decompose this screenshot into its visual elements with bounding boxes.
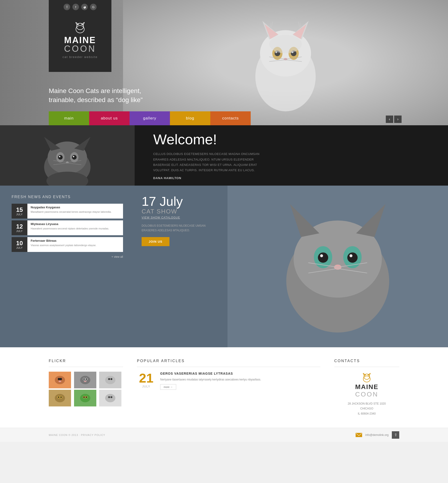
flickr-grid: [49, 372, 123, 406]
nav-arrows: ‹ ›: [386, 116, 401, 123]
contacts-divider: [334, 367, 399, 367]
facebook-icon[interactable]: f: [72, 4, 79, 10]
bottom-section: FLICKR: [0, 347, 448, 428]
svg-point-77: [55, 394, 65, 402]
contacts-title: CONTACTS: [334, 359, 399, 363]
svg-point-17: [269, 35, 302, 53]
nav-contacts[interactable]: contacts: [210, 111, 251, 125]
cat-show-desc: DOLOIBUS EGETEMESERS NILOECASE UMSAN ERA…: [142, 223, 221, 233]
hero-cat-image: [123, 0, 448, 125]
flickr-thumb-5[interactable]: [74, 390, 96, 406]
svg-point-69: [84, 381, 87, 382]
join-us-button[interactable]: JOIN US: [142, 237, 169, 246]
news-date-3: 10 JULY: [12, 237, 27, 252]
news-kitten-image: [227, 186, 448, 347]
flickr-thumb-2[interactable]: [74, 372, 96, 388]
news-item-2: 12 JULY Miyteasas Liryuasa Hasealent yas…: [12, 220, 123, 235]
news-date-2: 12 JULY: [12, 220, 27, 235]
banner-cat-image: [0, 125, 135, 186]
articles-divider: [137, 367, 320, 367]
logo-coon: COON: [64, 44, 96, 54]
news-left: FRESH NEWS AND EVENTS 15 JULY Nuygadas K…: [0, 186, 135, 347]
flickr-divider: [49, 367, 123, 367]
social-icons-row: 𝕋 f ◕ G: [49, 4, 112, 10]
svg-point-59: [55, 376, 65, 384]
svg-point-62: [58, 381, 61, 382]
news-title: FRESH NEWS AND EVENTS: [12, 195, 123, 199]
articles-column: POPULAR ARTICLES 21 JULY GEROS VASERERIA…: [137, 359, 320, 416]
news-date-1: 15 JULY: [12, 204, 27, 218]
nav-gallery[interactable]: gallery: [129, 111, 170, 125]
cat-show-catalogue-link[interactable]: VIEW SHOW CATALOGUE: [142, 216, 221, 219]
flickr-column: FLICKR: [49, 359, 123, 416]
svg-line-21: [298, 22, 300, 28]
view-all-link[interactable]: + view all: [12, 255, 123, 258]
footer-copyright: MAINE COON © 2013 · PRIVACY POLICY: [49, 434, 105, 436]
twitter-icon[interactable]: 𝕋: [64, 4, 70, 10]
flickr-thumb-4[interactable]: [49, 390, 71, 406]
svg-point-51: [320, 254, 323, 257]
flickr-thumb-6[interactable]: [99, 390, 121, 406]
cat-show-title: CAT SHOW: [142, 208, 221, 215]
svg-point-94: [363, 376, 370, 382]
welcome-body: CELLUS DOLOIBUS EGETEMESERS NILOECASE MA…: [153, 151, 265, 173]
cat-show-block: 17 July CAT SHOW VIEW SHOW CATALOGUE DOL…: [135, 186, 227, 347]
svg-point-35: [73, 156, 74, 157]
svg-point-64: [80, 376, 90, 384]
nav-main[interactable]: main: [49, 111, 89, 125]
welcome-text-block: Welcome! CELLUS DOLOIBUS EGETEMESERS NIL…: [135, 125, 448, 186]
welcome-banner: Welcome! CELLUS DOLOIBUS EGETEMESERS NIL…: [0, 125, 448, 186]
contacts-logo-maine: MAINE: [355, 383, 378, 391]
logo-box: 𝕋 f ◕ G MAINE COON cat breeder website: [49, 0, 112, 72]
svg-point-49: [318, 252, 328, 263]
svg-point-22: [76, 25, 84, 33]
svg-point-93: [111, 397, 112, 398]
svg-point-75: [111, 378, 112, 380]
welcome-author: DANA HAMILTON: [153, 176, 429, 180]
scroll-up-button[interactable]: ⇧: [392, 431, 399, 439]
svg-point-52: [350, 254, 352, 257]
contacts-logo-coon: COON: [355, 391, 378, 398]
svg-point-80: [58, 397, 59, 398]
contacts-address: 28 JACKSON BLVD STE 1020 CHICAGO IL 6060…: [348, 401, 386, 416]
svg-rect-98: [356, 433, 362, 437]
more-button[interactable]: more →: [160, 384, 176, 390]
nav-about[interactable]: about us: [89, 111, 129, 125]
cat-show-date: 17 July: [142, 195, 221, 208]
flickr-thumb-3[interactable]: [99, 372, 121, 388]
google-icon[interactable]: G: [90, 4, 96, 10]
svg-point-92: [108, 397, 110, 398]
svg-point-71: [105, 376, 115, 384]
navigation: main about us gallery blog contacts: [49, 111, 251, 125]
svg-point-32: [58, 155, 63, 160]
svg-point-89: [105, 394, 115, 402]
footer-email[interactable]: info@demolink.org: [365, 433, 389, 436]
svg-point-68: [86, 378, 87, 380]
welcome-title: Welcome!: [153, 131, 429, 148]
article-date-month: JULY: [142, 385, 150, 388]
news-item-3: 10 JULY Fertervaer Bitreas Viasras asemo…: [12, 237, 123, 252]
contacts-column: CONTACTS MAINE COON 28 JACKSON BLVD STE …: [334, 359, 399, 416]
svg-point-61: [60, 378, 62, 380]
svg-point-33: [72, 155, 77, 160]
svg-point-86: [83, 397, 85, 398]
news-item-1: 15 JULY Nuygadas Koygasas Maradtaent yas…: [12, 204, 123, 218]
prev-arrow[interactable]: ‹: [386, 116, 393, 123]
logo-subtext: cat breeder website: [63, 55, 97, 59]
articles-title: POPULAR ARTICLES: [137, 359, 320, 363]
flickr-thumb-1[interactable]: [49, 372, 71, 388]
rss-icon[interactable]: ◕: [81, 4, 88, 10]
svg-point-81: [60, 397, 62, 398]
svg-point-50: [347, 252, 358, 263]
svg-point-34: [59, 156, 60, 157]
svg-line-19: [271, 22, 273, 28]
hero-section: 𝕋 f ◕ G MAINE COON cat breeder website M…: [0, 0, 448, 125]
svg-point-74: [108, 378, 110, 380]
next-arrow[interactable]: ›: [394, 116, 401, 123]
nav-blog[interactable]: blog: [170, 111, 210, 125]
svg-point-83: [80, 394, 90, 402]
article-headline: GEROS VASERERIAS MIAGSE LYTRASAS: [160, 372, 320, 375]
article-date-num: 21: [137, 372, 156, 385]
article-body: Nertyane itasertaoes miudatas iatyrraset…: [160, 377, 320, 382]
email-icon: [356, 433, 362, 437]
